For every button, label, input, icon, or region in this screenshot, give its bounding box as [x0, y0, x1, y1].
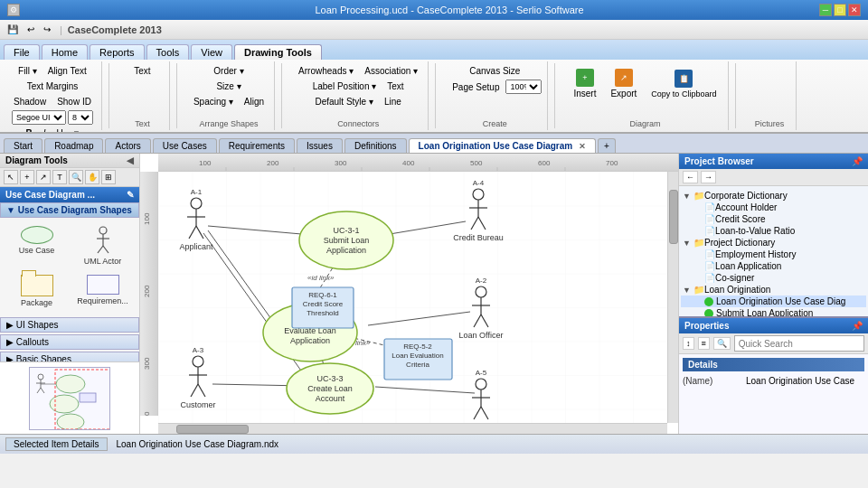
tab-home[interactable]: Home [42, 44, 88, 60]
shape-usecase[interactable]: Use Case [5, 223, 68, 268]
shape-actor[interactable]: UML Actor [71, 223, 134, 268]
properties-pin-icon[interactable]: 📌 [852, 321, 863, 331]
quick-search-input[interactable] [734, 335, 864, 352]
tab-issues[interactable]: Issues [297, 138, 343, 153]
scrollbar-h-thumb[interactable] [176, 425, 249, 434]
connect-tool-btn[interactable]: ↗ [36, 170, 51, 184]
spacing-btn[interactable]: Spacing ▾ [189, 95, 238, 108]
export-btn[interactable]: ↗ Export [604, 64, 643, 103]
tab-start[interactable]: Start [4, 138, 42, 153]
italic-btn[interactable]: I [39, 127, 51, 134]
fill-btn[interactable]: Fill ▾ [14, 64, 42, 78]
order-btn[interactable]: Order ▾ [209, 64, 248, 78]
tree-loan-to-value[interactable]: 📄 Loan-to-Value Ratio [681, 225, 866, 237]
tab-file[interactable]: File [4, 44, 40, 60]
prop-sort-btn[interactable]: ↕ [683, 337, 694, 350]
tree-credit-score[interactable]: 📄 Credit Score [681, 213, 866, 225]
section-header-basic[interactable]: ▶ Basic Shapes [0, 352, 139, 361]
tree-loan-orig-diagram[interactable]: Loan Origination Use Case Diag [681, 296, 866, 307]
show-id-btn[interactable]: Show ID [52, 95, 96, 108]
tree-co-signer[interactable]: 📄 Co-signer [681, 272, 866, 284]
tree-corporate-dict[interactable]: ▼ 📁 Corporate Dictionary [681, 190, 866, 202]
diagram-content[interactable]: «id link» «id link» A-1 Applican [158, 172, 667, 423]
prop-filter-btn[interactable]: 🔍 [713, 337, 731, 350]
text-btn[interactable]: Text [129, 64, 155, 78]
label-pos-btn[interactable]: Label Position ▾ [308, 80, 382, 93]
minimize-button[interactable]: ─ [819, 4, 832, 16]
prop-categories-btn[interactable]: ≡ [698, 337, 710, 350]
uml-diagram-svg[interactable]: «id link» «id link» A-1 Applican [158, 172, 667, 423]
zoom-in-btn[interactable]: 🔍 [69, 170, 83, 184]
text-conn-btn[interactable]: Text [382, 80, 408, 93]
maximize-button[interactable]: □ [834, 4, 846, 16]
tab-view[interactable]: View [191, 44, 232, 60]
pointer-tool-btn[interactable]: ↖ [4, 170, 18, 184]
shadow-btn[interactable]: Shadow [9, 95, 51, 108]
font-select[interactable]: Segoe UI [12, 110, 66, 125]
arrowheads-btn[interactable]: Arrowheads ▾ [294, 64, 358, 78]
canvas-size-btn[interactable]: Canvas Size [465, 64, 524, 78]
usecase-create-loan-account[interactable]: UC-3-3 Create Loan Account [287, 363, 373, 414]
bold-btn[interactable]: B [21, 127, 36, 134]
usecase-submit-loan[interactable]: UC-3-1 Submit Loan Application [299, 211, 393, 269]
tree-employment-history[interactable]: 📄 Employment History [681, 249, 866, 260]
tab-roadmap[interactable]: Roadmap [44, 138, 103, 153]
app-icon-btn[interactable]: ⚙ [7, 4, 20, 16]
underline-btn[interactable]: U [52, 127, 67, 134]
scrollbar-v-thumb[interactable] [669, 190, 678, 244]
section-header-callouts[interactable]: ▶ Callouts [0, 334, 139, 350]
tab-actors[interactable]: Actors [105, 138, 150, 153]
shape-requirement[interactable]: Requiremen... [71, 272, 134, 310]
tree-loan-origination[interactable]: ▼ 📁 Loan Origination [681, 284, 866, 296]
text-margins-btn[interactable]: Text Margins [23, 80, 83, 93]
add-shape-btn[interactable]: + [20, 170, 34, 184]
scrollbar-horizontal[interactable] [158, 423, 667, 434]
size-btn[interactable]: Size ▾ [212, 80, 245, 93]
font-size-select[interactable]: 8 [68, 110, 93, 125]
page-setup-btn[interactable]: Page Setup [448, 80, 504, 94]
default-style-btn[interactable]: Default Style ▾ [310, 95, 377, 108]
tab-reports[interactable]: Reports [90, 44, 145, 60]
tab-requirements[interactable]: Requirements [219, 138, 295, 153]
scrollbar-vertical[interactable] [667, 172, 678, 423]
req-credit-score[interactable]: REQ-6-1 Credit Score Threshold [292, 287, 354, 328]
text-tool-btn[interactable]: T [52, 170, 67, 184]
details-section-header[interactable]: Details [683, 358, 864, 371]
shape-package[interactable]: Package [5, 272, 68, 310]
insert-btn[interactable]: + Insert [567, 64, 602, 103]
tab-use-cases[interactable]: Use Cases [153, 138, 217, 153]
project-browser-pin-icon[interactable]: 📌 [852, 156, 863, 166]
pb-back-btn[interactable]: ← [683, 171, 698, 183]
tab-close-icon[interactable]: ✕ [579, 142, 586, 151]
tree-loan-application[interactable]: 📄 Loan Application [681, 260, 866, 272]
tree-account-holder[interactable]: 📄 Account Holder [681, 202, 866, 213]
pb-forward-btn[interactable]: → [701, 171, 716, 183]
association-btn[interactable]: Association ▾ [360, 64, 422, 78]
zoom-select[interactable]: 100% [505, 80, 542, 94]
section-header-ui[interactable]: ▶ UI Shapes [0, 317, 139, 333]
line-btn[interactable]: Line [380, 95, 406, 108]
tab-drawing-tools[interactable]: Drawing Tools [234, 44, 322, 60]
tab-tools[interactable]: Tools [146, 44, 190, 60]
tab-definitions[interactable]: Definitions [344, 138, 407, 153]
section-header-usecase[interactable]: ▼ Use Case Diagram Shapes [0, 202, 139, 218]
align-btn[interactable]: ≡ [70, 127, 84, 134]
redo-quick-btn[interactable]: ↪ [40, 23, 54, 36]
close-button[interactable]: ✕ [848, 4, 861, 16]
copy-clipboard-btn[interactable]: 📋 Copy to Clipboard [645, 65, 722, 103]
shape-panel-edit-icon[interactable]: ✎ [127, 190, 134, 200]
hand-tool-btn[interactable]: ✋ [85, 170, 99, 184]
diagram-area[interactable]: 100 200 300 400 500 600 700 [140, 154, 678, 434]
collapse-panel-btn[interactable]: ◀ [127, 155, 134, 165]
tree-submit-loan-app[interactable]: Submit Loan Application [681, 307, 866, 316]
undo-quick-btn[interactable]: ↩ [24, 23, 38, 36]
align-shapes-btn[interactable]: Align [240, 95, 269, 108]
tab-loan-diagram[interactable]: Loan Origination Use Case Diagram ✕ [409, 138, 596, 153]
req-loan-evaluation[interactable]: REQ-5-2 Loan Evaluation Criteria [384, 339, 452, 380]
tree-project-dict[interactable]: ▼ 📁 Project Dictionary [681, 237, 866, 249]
tab-add[interactable]: + [598, 138, 616, 153]
grid-btn[interactable]: ⊞ [101, 170, 116, 184]
align-text-btn[interactable]: Align Text [43, 64, 91, 78]
save-quick-btn[interactable]: 💾 [4, 23, 22, 36]
status-item-details-btn[interactable]: Selected Item Details [5, 437, 108, 451]
